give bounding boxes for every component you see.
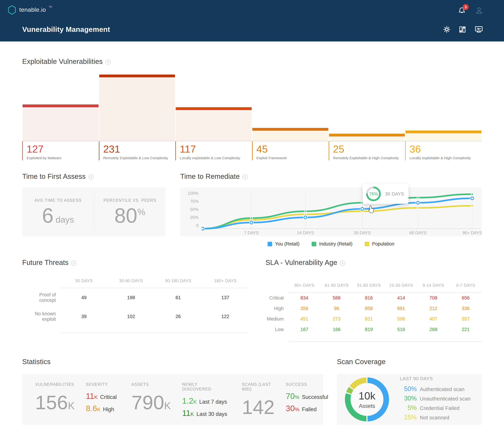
stat-row: 11KCritical xyxy=(86,391,117,401)
stat-suffix: K xyxy=(68,400,75,411)
stat-rows: 70%Successful30%Failed xyxy=(286,391,328,413)
bar-value: 45 xyxy=(256,144,329,154)
legend-series-name: You (Retail) xyxy=(275,241,299,247)
scan-coverage-card: 10k Assets LAST 90 DAYS 50%Authenticated… xyxy=(337,374,482,425)
stat-row-suffix: K xyxy=(94,394,98,400)
exploitable-bar-chart xyxy=(22,74,482,141)
scan-legend-label: Not scanned xyxy=(420,415,449,420)
bar-label-cell: 117Locally exploitable & Low Complexity xyxy=(175,141,252,160)
scan-legend-item[interactable]: 30%Unauthenticated scan xyxy=(400,395,471,402)
stat-row-suffix: % xyxy=(295,394,299,400)
bar[interactable] xyxy=(176,107,252,141)
scan-legend-percent: 15% xyxy=(400,414,417,421)
section-title: Future Threats xyxy=(22,259,68,267)
legend-swatch xyxy=(268,242,272,246)
stat-number: 790 xyxy=(131,392,164,413)
stat-row-suffix: % xyxy=(295,406,299,412)
bar[interactable] xyxy=(23,104,99,141)
scan-legend-percent: 50% xyxy=(400,385,417,393)
row-label: Critical xyxy=(265,293,288,303)
future-threats-table: 30 DAYS30-90 DAYS90-180 DAYS180+ DAYSPro… xyxy=(22,275,249,333)
bar[interactable] xyxy=(405,131,481,141)
scan-legend-label: Authenticated scan xyxy=(420,386,464,392)
x-axis-labels: 7 DAYS14 DAYS30 DAYS60 DAYS90+ DAYS xyxy=(202,230,480,235)
column-header: 61-90 DAYS xyxy=(320,280,353,293)
section-title: Scan Coverage xyxy=(337,358,386,366)
stat-block: ASSETS790K xyxy=(131,382,171,425)
notification-badge: 3 xyxy=(463,4,469,10)
scan-legend-item[interactable]: 15%Not scanned xyxy=(400,414,471,421)
table-footer-spacer xyxy=(22,326,60,333)
bar-category-label: Locally exploitable & High Complexity xyxy=(410,156,482,160)
stat-suffix: K xyxy=(164,400,171,411)
table-cell: 273 xyxy=(320,314,353,324)
stat-number: 142 xyxy=(242,396,275,418)
info-icon[interactable]: i xyxy=(106,60,111,65)
table-cell: 49 xyxy=(60,288,108,307)
user-avatar-icon[interactable] xyxy=(475,6,483,15)
chart-legend: You (Retail)Industry (Retail)Population xyxy=(180,241,482,247)
stat-block: SUCCESS70%Successful30%Failed xyxy=(286,382,328,425)
column-header: 15-30 DAYS xyxy=(385,280,417,293)
bar[interactable] xyxy=(329,134,405,141)
x-tick-label: 90+ DAYS xyxy=(462,230,482,235)
info-icon[interactable]: i xyxy=(71,260,76,266)
stat-block: NEWLY DISCOVERED1.2KLast 7 days11KLast 3… xyxy=(182,382,227,425)
stat-row-suffix: K xyxy=(190,411,194,417)
legend-swatch xyxy=(312,242,316,246)
statistics-card: VULNERABILITIES156KSEVERITY11KCritical8.… xyxy=(22,374,323,425)
scan-coverage-donut-chart[interactable]: 10k Assets xyxy=(345,377,389,421)
hand-pointer-cursor xyxy=(368,205,375,214)
legend-item[interactable]: Industry (Retail) xyxy=(312,241,352,247)
statistics-group: ASSETS790KNEWLY DISCOVERED1.2KLast 7 day… xyxy=(118,374,229,425)
scan-legend-label: Unauthenticated scan xyxy=(420,396,471,402)
row-label: Proof of concept xyxy=(22,288,60,307)
stat-row: 30%Failed xyxy=(286,404,328,413)
table-cell: 26 xyxy=(155,307,202,326)
bar-label-cell: 127Exploited by Malware xyxy=(22,141,99,160)
table-spacer xyxy=(265,275,482,280)
x-tick-label: 60 DAYS xyxy=(410,230,426,235)
table-bottom-border xyxy=(385,335,417,342)
column-header: 30 DAYS xyxy=(60,275,108,288)
info-icon[interactable]: i xyxy=(340,260,345,266)
bar[interactable] xyxy=(252,128,328,141)
monitor-activity-icon[interactable] xyxy=(474,25,483,33)
legend-series-name: Industry (Retail) xyxy=(319,241,352,247)
percentile-vs-peers-value: 80% xyxy=(114,205,145,226)
scan-legend-item[interactable]: 50%Authenticated scan xyxy=(400,385,471,393)
legend-item[interactable]: Population xyxy=(365,241,395,247)
stat-row-label: Successful xyxy=(302,394,328,400)
avg-time-to-assess-value: 6days xyxy=(42,205,74,226)
notifications-bell-icon[interactable]: 3 xyxy=(458,6,466,15)
legend-item[interactable]: You (Retail) xyxy=(268,241,299,247)
dashboard-layout-icon[interactable] xyxy=(459,25,467,33)
table-cell: 198 xyxy=(108,288,154,307)
info-icon[interactable]: i xyxy=(243,174,248,180)
info-icon[interactable]: i xyxy=(89,174,94,180)
x-tick-label: 14 DAYS xyxy=(297,230,314,235)
table-cell: 516 xyxy=(385,324,417,335)
app-header: tenable.io TM 3 Vunerability Management xyxy=(0,0,504,42)
y-tick-label: 100% xyxy=(180,191,198,196)
settings-gear-icon[interactable] xyxy=(443,25,451,33)
scan-legend-item[interactable]: 5%Credential Failed xyxy=(400,404,471,411)
bar-category-label: Locally exploitable & Low Complexity xyxy=(180,156,252,160)
stat-row-label: Last 7 days xyxy=(199,399,227,405)
column-header: 90+ DAYS xyxy=(288,280,320,293)
legend-swatch xyxy=(365,242,369,246)
bar[interactable] xyxy=(99,74,175,141)
table-cell: 451 xyxy=(288,314,320,324)
section-title: SLA - Vulnerability Age xyxy=(265,259,337,267)
stat-row-value: 1.2 xyxy=(182,396,193,405)
stat-block: SEVERITY11KCritical8.6KHigh xyxy=(86,382,117,425)
table-corner xyxy=(22,275,60,288)
remediate-line-chart[interactable] xyxy=(202,192,480,233)
table-bottom-border xyxy=(155,326,202,333)
table-bottom-border xyxy=(60,326,108,333)
tenable-logo[interactable]: tenable.io TM xyxy=(7,5,52,16)
bar-label-cell: 36Locally exploitable & High Complexity xyxy=(405,141,482,160)
table-cell: 656 xyxy=(450,293,482,303)
stat-big-value: 142 xyxy=(242,398,275,417)
percentile-vs-peers-label: PERCENTILE VS. PEERS xyxy=(103,198,156,203)
